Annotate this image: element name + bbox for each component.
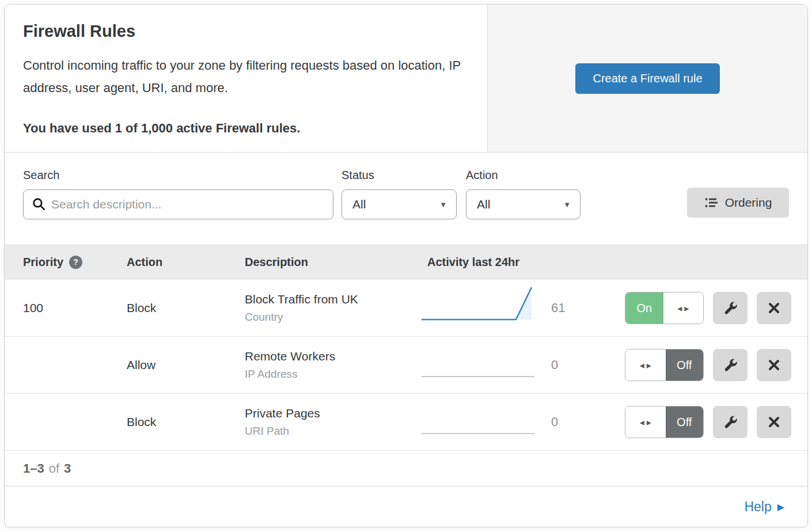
rule-description: Block Traffic from UK xyxy=(245,292,413,306)
filter-bar: Search Status All ▼ Action All ▼ xyxy=(5,153,807,244)
status-selected-value: All xyxy=(352,197,366,211)
help-bar: Help ▶ xyxy=(5,487,807,527)
rule-description-cell: Block Traffic from UK Country xyxy=(245,292,413,324)
rule-description-cell: Remote Workers IP Address xyxy=(245,349,413,381)
table-header-row: Priority ? Action Description Activity l… xyxy=(5,244,807,280)
search-wrap xyxy=(23,189,333,219)
pagination-of: of xyxy=(49,461,59,476)
rule-description: Remote Workers xyxy=(245,349,413,363)
ordered-list-icon xyxy=(704,196,718,210)
close-icon xyxy=(767,415,781,429)
wrench-icon xyxy=(723,415,738,430)
wrench-icon xyxy=(723,301,738,316)
delete-rule-button[interactable] xyxy=(757,292,791,324)
edit-rule-button[interactable] xyxy=(713,292,748,324)
rule-match-type: URI Path xyxy=(245,425,413,438)
usage-note: You have used 1 of 1,000 active Firewall… xyxy=(23,121,469,136)
status-select[interactable]: All ▼ xyxy=(342,189,457,219)
chevron-down-icon: ▼ xyxy=(563,200,571,209)
rule-match-type: IP Address xyxy=(245,368,413,381)
page-description: Control incoming traffic to your zone by… xyxy=(23,55,469,99)
delete-rule-button[interactable] xyxy=(757,406,791,438)
row-controls: On ◂▸ xyxy=(625,292,807,324)
action-select[interactable]: All ▼ xyxy=(466,189,580,219)
activity-sparkline xyxy=(413,340,532,393)
rule-action: Allow xyxy=(127,358,245,372)
search-input[interactable] xyxy=(23,189,333,219)
arrow-right-icon: ▶ xyxy=(777,501,784,512)
activity-count: 0 xyxy=(532,358,625,373)
firewall-rules-panel: Firewall Rules Control incoming traffic … xyxy=(4,4,808,527)
pagination-range: 1–3 xyxy=(23,461,44,476)
table-row: Allow Remote Workers IP Address 0 ◂▸ Off xyxy=(5,337,807,394)
page-header: Firewall Rules Control incoming traffic … xyxy=(5,5,807,153)
rule-enabled-toggle[interactable]: On ◂▸ xyxy=(625,292,704,324)
search-icon xyxy=(32,197,46,211)
search-group: Search xyxy=(23,169,333,219)
status-label: Status xyxy=(342,169,457,182)
row-controls: ◂▸ Off xyxy=(625,406,807,438)
rule-action: Block xyxy=(127,415,245,429)
pagination-total: 3 xyxy=(64,461,71,476)
page-title: Firewall Rules xyxy=(23,22,469,41)
rule-priority: 100 xyxy=(5,301,127,315)
rule-enabled-toggle[interactable]: ◂▸ Off xyxy=(625,349,704,381)
action-selected-value: All xyxy=(477,197,490,211)
toggle-handle-arrows-icon[interactable]: ◂▸ xyxy=(663,292,704,324)
table-row: 100 Block Block Traffic from UK Country … xyxy=(5,280,807,337)
close-icon xyxy=(767,358,781,372)
ordering-button-label: Ordering xyxy=(725,196,772,210)
table-row: Block Private Pages URI Path 0 ◂▸ Off xyxy=(5,394,807,451)
edit-rule-button[interactable] xyxy=(713,406,748,438)
column-header-description: Description xyxy=(245,256,413,269)
toggle-off-segment[interactable]: Off xyxy=(666,349,704,381)
toggle-handle-arrows-icon[interactable]: ◂▸ xyxy=(625,406,666,438)
create-firewall-rule-button[interactable]: Create a Firewall rule xyxy=(575,63,719,94)
toggle-on-segment[interactable]: On xyxy=(625,292,663,324)
action-label: Action xyxy=(466,169,580,182)
rule-enabled-toggle[interactable]: ◂▸ Off xyxy=(625,406,704,438)
rule-match-type: Country xyxy=(245,311,413,324)
close-icon xyxy=(767,301,781,315)
search-label: Search xyxy=(23,169,333,182)
header-action-panel: Create a Firewall rule xyxy=(487,5,807,152)
column-header-action: Action xyxy=(127,256,245,269)
activity-sparkline xyxy=(413,283,532,336)
column-header-activity: Activity last 24hr xyxy=(413,256,807,269)
row-controls: ◂▸ Off xyxy=(625,349,807,381)
action-filter-group: Action All ▼ xyxy=(466,169,580,219)
toggle-off-segment[interactable]: Off xyxy=(666,406,704,438)
ordering-button[interactable]: Ordering xyxy=(687,188,789,218)
activity-count: 0 xyxy=(532,415,625,430)
rule-description: Private Pages xyxy=(245,406,413,420)
activity-count: 61 xyxy=(532,301,625,316)
wrench-icon xyxy=(723,358,738,373)
chevron-down-icon: ▼ xyxy=(439,200,447,209)
toggle-handle-arrows-icon[interactable]: ◂▸ xyxy=(625,349,666,381)
column-header-priority: Priority ? xyxy=(5,256,127,269)
help-link[interactable]: Help ▶ xyxy=(744,499,784,515)
rule-description-cell: Private Pages URI Path xyxy=(245,406,413,438)
status-filter-group: Status All ▼ xyxy=(342,169,457,219)
rule-action: Block xyxy=(127,301,245,315)
delete-rule-button[interactable] xyxy=(757,349,791,381)
header-text-block: Firewall Rules Control incoming traffic … xyxy=(5,5,487,152)
edit-rule-button[interactable] xyxy=(713,349,748,381)
pagination-bar: 1–3 of 3 xyxy=(5,451,807,487)
help-link-label: Help xyxy=(744,499,771,515)
priority-help-icon[interactable]: ? xyxy=(69,256,82,269)
activity-sparkline xyxy=(413,397,532,450)
